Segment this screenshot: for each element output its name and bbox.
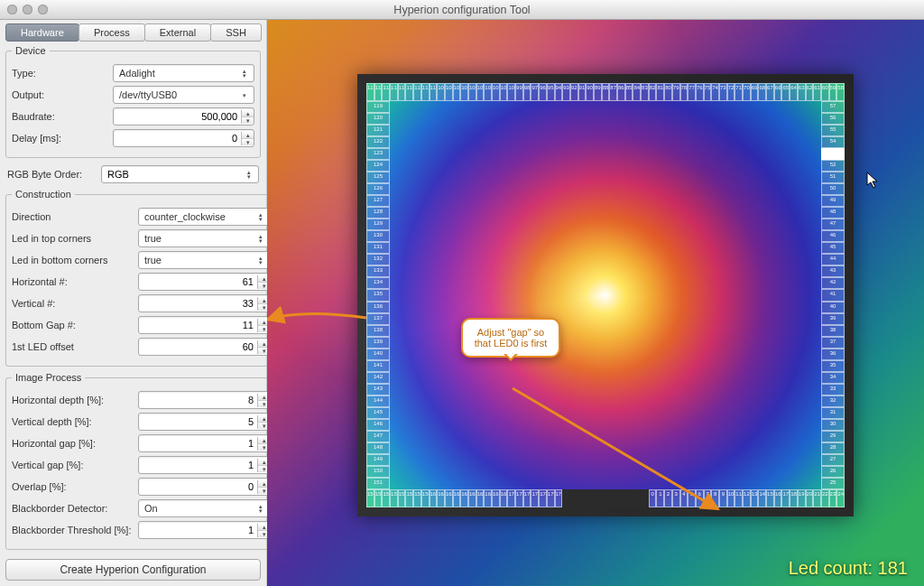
- close-icon[interactable]: [7, 5, 17, 14]
- led-segment: 123: [366, 148, 390, 160]
- led-segment: 49: [821, 195, 845, 207]
- led-segment: 6: [696, 489, 704, 507]
- led-segment: [578, 489, 587, 507]
- tab-process[interactable]: Process: [79, 23, 145, 42]
- zoom-icon[interactable]: [38, 5, 48, 14]
- led-segment: 151: [366, 478, 390, 489]
- led-segment: 30: [821, 419, 845, 431]
- overlap-input[interactable]: [139, 479, 257, 495]
- led-segment: [586, 489, 594, 507]
- step-down-icon[interactable]: ▾: [242, 139, 254, 145]
- led-segment: 60: [821, 83, 829, 101]
- led-segment: 21: [813, 489, 821, 507]
- led-segment: 20: [806, 489, 814, 507]
- output-select[interactable]: /dev/ttyUSB0 ▾: [113, 86, 254, 104]
- create-config-button[interactable]: Create Hyperion Configuration: [5, 559, 261, 581]
- led-segment: 168: [492, 489, 500, 507]
- led-segment: 103: [484, 83, 492, 101]
- led-segment: 92: [570, 83, 578, 101]
- v-depth-input[interactable]: [139, 414, 257, 430]
- led-segment: 159: [421, 489, 430, 507]
- led-segment: 108: [445, 83, 453, 101]
- delay-stepper[interactable]: ▴▾: [113, 129, 254, 147]
- led-segment: 14: [758, 489, 766, 507]
- step-down-icon[interactable]: ▾: [242, 117, 254, 124]
- led-segment: 56: [821, 113, 845, 125]
- led-segment: 171: [515, 489, 523, 507]
- led-segment: 135: [366, 289, 390, 301]
- h-gap-label: Horizontal gap [%]:: [12, 438, 138, 449]
- v-gap-stepper[interactable]: ▴▾: [138, 456, 271, 474]
- led-segment: 133: [366, 265, 390, 277]
- overlap-stepper[interactable]: ▴▾: [138, 478, 271, 496]
- led-segment: 138: [366, 325, 390, 337]
- led-segment: 84: [633, 83, 641, 101]
- led-segment: 132: [366, 254, 390, 265]
- direction-value: counter_clockwise: [144, 211, 226, 222]
- led-segment: 89: [594, 83, 602, 101]
- h-depth-input[interactable]: [139, 392, 257, 408]
- step-up-icon[interactable]: ▴: [242, 132, 254, 139]
- h-gap-input[interactable]: [139, 435, 257, 451]
- led-segment: 166: [476, 489, 485, 507]
- bb-thresh-stepper[interactable]: ▴▾: [138, 521, 271, 539]
- bb-detect-value: On: [144, 503, 158, 514]
- led-segment: 41: [821, 289, 845, 301]
- led-segment: 26: [821, 466, 845, 478]
- first-offset-input[interactable]: [139, 339, 257, 355]
- baudrate-input[interactable]: [114, 108, 241, 125]
- bottom-corners-value: true: [144, 255, 162, 265]
- window-controls[interactable]: [7, 5, 48, 14]
- horizontal-stepper[interactable]: ▴▾: [138, 273, 271, 291]
- vertical-stepper[interactable]: ▴▾: [138, 294, 271, 312]
- led-segment: 88: [602, 83, 610, 101]
- led-segment: 100: [507, 83, 515, 101]
- h-gap-stepper[interactable]: ▴▾: [138, 434, 271, 452]
- h-depth-stepper[interactable]: ▴▾: [138, 391, 271, 409]
- led-segment: 160: [430, 489, 438, 507]
- tab-external[interactable]: External: [144, 23, 212, 42]
- minimize-icon[interactable]: [23, 5, 32, 14]
- direction-select[interactable]: counter_clockwise ▴▾: [138, 208, 271, 226]
- bb-thresh-input[interactable]: [139, 522, 257, 538]
- led-segment: 94: [555, 83, 563, 101]
- led-segment: 118: [366, 83, 374, 101]
- type-select[interactable]: Adalight ▴▾: [113, 64, 254, 82]
- led-segment: [625, 489, 633, 507]
- bottom-gap-stepper[interactable]: ▴▾: [138, 316, 271, 334]
- delay-input[interactable]: [114, 130, 241, 146]
- vertical-label: Vertical #:: [12, 298, 138, 309]
- led-edge-right: 5756555453525150494847464544434241403938…: [821, 101, 845, 489]
- baudrate-stepper[interactable]: ▴▾: [113, 107, 254, 126]
- led-segment: 130: [366, 230, 390, 242]
- tab-ssh[interactable]: SSH: [210, 23, 262, 42]
- bottom-corners-select[interactable]: true ▴▾: [138, 251, 271, 269]
- chevron-down-icon: ▾: [239, 93, 250, 98]
- bb-detect-select[interactable]: On ▴▾: [138, 499, 271, 517]
- tab-hardware[interactable]: Hardware: [5, 23, 79, 42]
- led-segment: 33: [821, 384, 845, 395]
- v-gap-input[interactable]: [139, 457, 257, 473]
- horizontal-input[interactable]: [139, 274, 257, 290]
- led-segment: 158: [413, 489, 421, 507]
- led-segment: 28: [821, 442, 845, 454]
- construction-legend: Construction: [12, 189, 75, 200]
- led-segment: 72: [727, 83, 735, 101]
- bottom-gap-input[interactable]: [139, 317, 257, 333]
- led-edge-left: 1191201211221231241251261271281291301311…: [366, 101, 390, 489]
- step-up-icon[interactable]: ▴: [242, 110, 254, 117]
- led-segment: 96: [539, 83, 547, 101]
- led-segment: 77: [688, 83, 696, 101]
- v-depth-stepper[interactable]: ▴▾: [138, 413, 271, 431]
- led-segment: 71: [735, 83, 743, 101]
- led-segment: 40: [821, 302, 845, 313]
- first-offset-stepper[interactable]: ▴▾: [138, 338, 271, 356]
- rgb-order-select[interactable]: RGB ▴▾: [101, 165, 259, 183]
- top-corners-select[interactable]: true ▴▾: [138, 229, 271, 247]
- chevron-updown-icon: ▴▾: [255, 234, 266, 243]
- led-segment: 125: [366, 172, 390, 183]
- led-segment: 2: [664, 489, 672, 507]
- vertical-input[interactable]: [139, 295, 257, 312]
- led-segment: 146: [366, 419, 390, 431]
- led-segment: 140: [366, 349, 390, 360]
